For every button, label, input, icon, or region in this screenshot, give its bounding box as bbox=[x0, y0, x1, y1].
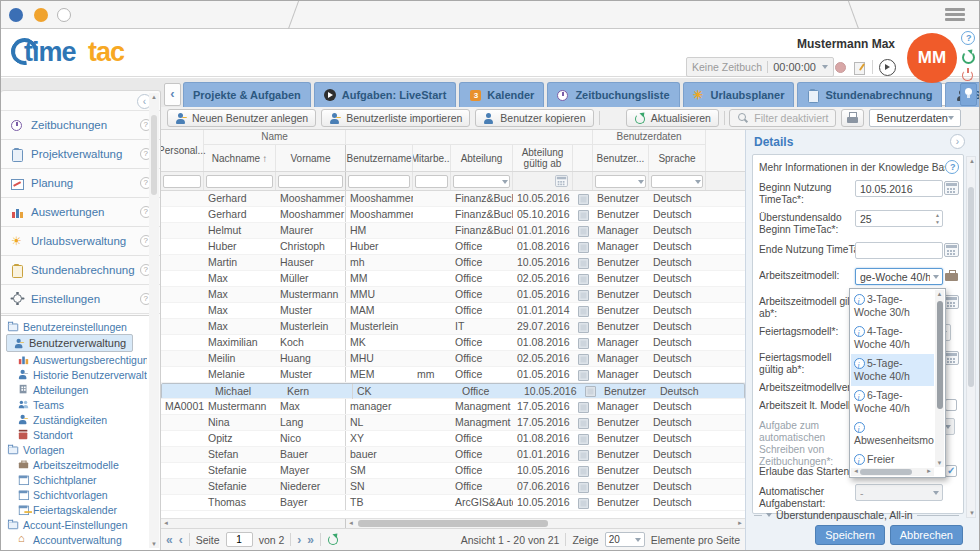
column-header-benutzergruppe[interactable]: Benutzer... bbox=[593, 145, 649, 171]
sidebar-subitem[interactable]: Zuständigkeiten bbox=[6, 412, 147, 427]
refresh-icon[interactable] bbox=[961, 49, 975, 63]
sidebar-subitem[interactable]: Arbeitszeitmodelle bbox=[6, 457, 147, 472]
sidebar-section[interactable]: Stundenabrechnung bbox=[1, 256, 160, 285]
chevron-down-icon[interactable] bbox=[502, 180, 508, 184]
dropdown-option[interactable]: Abwesenheitsmo bbox=[851, 418, 934, 450]
refresh-icon[interactable] bbox=[327, 533, 340, 546]
window-button-white[interactable] bbox=[57, 8, 71, 22]
tab[interactable]: Kalender bbox=[459, 82, 544, 107]
table-row[interactable]: Max Müller MM Office 02.05.2016 Benutzer… bbox=[161, 271, 745, 287]
scroll-right-icon[interactable] bbox=[737, 520, 743, 526]
sidebar-subitem[interactable]: Benutzerverwaltung bbox=[6, 334, 133, 352]
sidebar-section[interactable]: Einstellungen bbox=[1, 285, 160, 314]
table-row[interactable]: Max Musterlein Musterlein IT 29.07.2016 … bbox=[161, 319, 745, 335]
table-row[interactable]: Gerhard Mooshammer Mooshammer Finanz&Buc… bbox=[161, 207, 745, 223]
column-header-abteilung[interactable]: Abteilung bbox=[451, 145, 513, 171]
scroll-right-icon[interactable] bbox=[926, 468, 932, 474]
beginn-nutzung-input[interactable] bbox=[855, 180, 943, 197]
sidebar-subitem[interactable]: Historie Benutzerverwaltung bbox=[6, 367, 147, 382]
sidebar-subitem[interactable]: Standort bbox=[6, 427, 147, 442]
row-settings-icon[interactable] bbox=[578, 258, 589, 269]
details-scrollbar[interactable] bbox=[966, 156, 976, 518]
ueberstundensaldo-input[interactable] bbox=[855, 210, 943, 227]
arbeitszeitmodell-combo[interactable] bbox=[855, 268, 943, 285]
row-settings-icon[interactable] bbox=[578, 434, 589, 445]
details-expand-button[interactable] bbox=[950, 134, 965, 149]
import-user-list-button[interactable]: Benutzerliste importieren bbox=[321, 109, 470, 127]
sidebar-section[interactable]: Auswertungen bbox=[1, 198, 160, 227]
tab[interactable]: Stundenabrechnung bbox=[797, 82, 942, 107]
dropdown-option[interactable]: Freier bbox=[851, 450, 934, 467]
row-settings-icon[interactable] bbox=[585, 386, 596, 397]
scroll-up-icon[interactable] bbox=[149, 94, 159, 100]
sidebar-subitem[interactable]: Abteilungen bbox=[6, 382, 147, 397]
erlaube-starten-checkbox[interactable] bbox=[945, 465, 957, 477]
cancel-button[interactable]: Abbrechen bbox=[890, 525, 963, 545]
previous-page-icon[interactable] bbox=[179, 534, 183, 546]
lightbulb-button[interactable] bbox=[960, 83, 977, 106]
table-row[interactable]: Thomas Bayer TB ArcGIS&AutoCAD 10.05.201… bbox=[161, 495, 745, 511]
save-button[interactable]: Speichern bbox=[815, 525, 885, 545]
dropdown-option[interactable]: 3-Tage-Woche 30/h bbox=[851, 290, 934, 322]
table-row[interactable]: Gerhard Mooshammer Mooshammer_... Finanz… bbox=[161, 191, 745, 207]
row-settings-icon[interactable] bbox=[578, 274, 589, 285]
tab[interactable]: Projekte & Aufgaben bbox=[183, 82, 311, 107]
scrollbar-thumb[interactable] bbox=[151, 115, 157, 195]
row-settings-icon[interactable] bbox=[578, 354, 589, 365]
dropdown-option[interactable]: 6-Tage-Woche 40/h bbox=[851, 386, 934, 418]
row-settings-icon[interactable] bbox=[578, 402, 589, 413]
table-row[interactable]: Max Muster MAM Office 01.01.2014 Benutze… bbox=[161, 303, 745, 319]
filter-vorname-input[interactable] bbox=[278, 175, 343, 188]
table-row[interactable]: Helmut Maurer HM Finanz&Buchhaltung 01.0… bbox=[161, 223, 745, 239]
filter-personal-input[interactable] bbox=[163, 175, 201, 188]
row-settings-icon[interactable] bbox=[578, 242, 589, 253]
row-settings-icon[interactable] bbox=[578, 226, 589, 237]
filter-mitarbeiter-input[interactable] bbox=[415, 175, 448, 188]
autostart-combo[interactable] bbox=[855, 484, 943, 501]
table-row[interactable]: Maximilian Koch MK Office 01.08.2016 Man… bbox=[161, 335, 745, 351]
sidebar-subitem[interactable]: Auswertungsberechtigungen bbox=[6, 352, 147, 367]
sidebar-section[interactable]: Urlaubsverwaltung bbox=[1, 227, 160, 256]
table-row[interactable]: Meilin Huang MHU Office 02.05.2016 Manag… bbox=[161, 351, 745, 367]
tab[interactable]: Zeitbuchungsliste bbox=[547, 82, 679, 107]
sidebar-subitem[interactable]: Feiertagskalender bbox=[6, 502, 147, 517]
first-page-icon[interactable] bbox=[166, 534, 173, 546]
calendar-icon[interactable] bbox=[555, 175, 568, 187]
row-settings-icon[interactable] bbox=[578, 194, 589, 205]
scrollbar-thumb[interactable] bbox=[937, 301, 943, 409]
column-header-benutzername[interactable]: Benutzername bbox=[346, 145, 413, 171]
column-header-vorname[interactable]: Vorname bbox=[276, 145, 346, 171]
sidebar-section[interactable]: Projektverwaltung bbox=[1, 140, 160, 169]
edit-booking-icon[interactable] bbox=[853, 61, 866, 74]
sidebar-subitem[interactable]: Vorlagen bbox=[6, 442, 147, 457]
column-header-mitarbeiter[interactable]: Mitarbe... bbox=[413, 145, 451, 171]
scroll-down-icon[interactable] bbox=[935, 460, 944, 466]
refresh-button[interactable]: Aktualisieren bbox=[626, 109, 719, 127]
scroll-left-icon[interactable] bbox=[853, 468, 859, 474]
sidebar-subitem[interactable]: Accountverwaltung bbox=[6, 532, 147, 547]
start-timer-icon[interactable] bbox=[879, 59, 895, 75]
copy-user-button[interactable]: Benutzer kopieren bbox=[475, 109, 593, 127]
tab-scroll-left-button[interactable] bbox=[164, 83, 181, 106]
new-user-button[interactable]: Neuen Benutzer anlegen bbox=[167, 109, 316, 127]
record-icon[interactable] bbox=[834, 61, 847, 74]
table-row[interactable]: Huber Christoph Huber Office 01.08.2016 … bbox=[161, 239, 745, 255]
row-settings-icon[interactable] bbox=[578, 370, 589, 381]
scroll-left-icon[interactable] bbox=[163, 520, 169, 526]
dropdown-horizontal-scrollbar[interactable] bbox=[851, 468, 934, 476]
table-row[interactable]: Max Mustermann MMU Office 01.05.2016 Ben… bbox=[161, 287, 745, 303]
table-row[interactable]: Opitz Nico XY Office 01.08.2016 Benutzer… bbox=[161, 431, 745, 447]
chevron-down-icon[interactable] bbox=[638, 180, 644, 184]
help-icon[interactable] bbox=[961, 31, 975, 45]
submenu-scrollbar[interactable] bbox=[149, 93, 159, 548]
time-tracking-widget[interactable]: Keine Zeitbuchung ... 00:00:00 bbox=[686, 57, 834, 77]
scroll-left-icon[interactable] bbox=[348, 520, 354, 526]
scrollbar-thumb[interactable] bbox=[358, 520, 548, 527]
briefcase-icon[interactable] bbox=[944, 269, 959, 282]
last-page-icon[interactable] bbox=[307, 534, 314, 546]
sidebar-subitem[interactable]: Multiuser bbox=[6, 547, 147, 550]
next-page-icon[interactable] bbox=[297, 534, 301, 546]
row-settings-icon[interactable] bbox=[578, 418, 589, 429]
row-settings-icon[interactable] bbox=[578, 498, 589, 509]
chevron-down-icon[interactable] bbox=[695, 180, 701, 184]
